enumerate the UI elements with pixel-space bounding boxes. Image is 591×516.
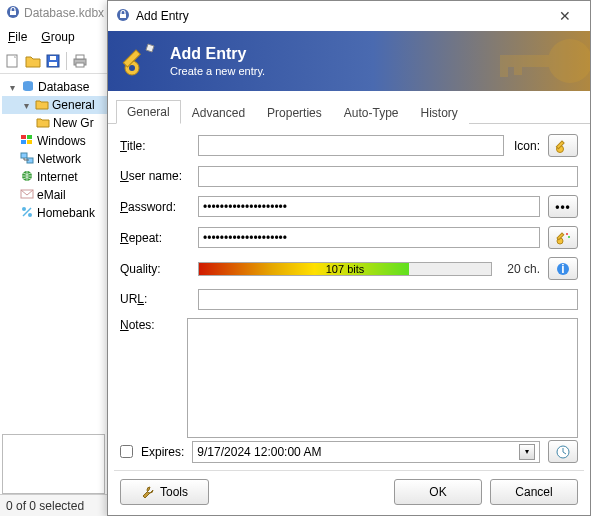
svg-point-19 (28, 213, 32, 217)
svg-rect-13 (27, 140, 32, 144)
key-icon (555, 138, 571, 154)
windows-icon (20, 133, 34, 150)
tree-root-label: Database (38, 80, 89, 94)
header-subtitle: Create a new entry. (170, 65, 265, 77)
svg-rect-11 (27, 135, 32, 139)
main-window-title: Database.kdbx (24, 6, 104, 20)
title-field[interactable] (198, 135, 504, 156)
svg-point-34 (566, 233, 568, 235)
expires-preset-button[interactable] (548, 440, 578, 463)
svg-rect-14 (21, 153, 27, 158)
tree-item-label: Windows (37, 134, 86, 148)
dropdown-icon[interactable]: ▾ (519, 444, 535, 460)
toolbar-open-icon[interactable] (24, 52, 42, 70)
globe-icon (20, 169, 34, 186)
detail-panel (2, 434, 105, 494)
toolbar-print-icon[interactable] (71, 52, 89, 70)
label-quality: Quality: (120, 262, 190, 276)
svg-rect-28 (500, 67, 508, 77)
menu-group[interactable]: Group (41, 30, 74, 44)
percent-icon (20, 205, 34, 222)
tree-item-label: Internet (37, 170, 78, 184)
label-repeat: Repeat: (120, 231, 190, 245)
tree-newgroup-label: New Gr (53, 116, 94, 130)
tree-item-label: eMail (37, 188, 66, 202)
lock-icon (6, 5, 20, 22)
tab-general[interactable]: General (116, 100, 181, 124)
network-icon (20, 151, 34, 168)
svg-point-35 (568, 236, 570, 238)
label-expires[interactable]: Expires: (141, 445, 184, 459)
dialog-separator (114, 470, 584, 471)
statusbar: 0 of 0 selected (0, 494, 107, 516)
info-icon: i (556, 262, 570, 276)
folder-icon (36, 115, 50, 132)
url-field[interactable] (198, 289, 578, 310)
label-notes: Notes: (120, 318, 179, 332)
label-icon: Icon: (512, 139, 540, 153)
header-title: Add Entry (170, 45, 265, 63)
close-button[interactable]: ✕ (548, 5, 582, 27)
toolbar-new-icon[interactable] (4, 52, 22, 70)
svg-point-18 (22, 207, 26, 211)
menu-file[interactable]: File (8, 30, 27, 44)
tab-autotype[interactable]: Auto-Type (333, 101, 410, 124)
lock-icon (116, 8, 130, 25)
password-field[interactable] (198, 196, 540, 217)
svg-rect-8 (76, 63, 84, 67)
tree-item-label: Network (37, 152, 81, 166)
expires-checkbox[interactable] (120, 445, 133, 458)
svg-rect-1 (10, 11, 16, 15)
svg-text:i: i (561, 262, 564, 276)
reveal-password-button[interactable]: ••• (548, 195, 578, 218)
svg-rect-22 (120, 14, 126, 18)
dialog-header: Add Entry Create a new entry. (108, 31, 590, 91)
quality-chars: 20 ch. (500, 262, 540, 276)
quality-bits: 107 bits (199, 263, 491, 275)
mail-icon (20, 187, 34, 204)
tree-item-label: Homebank (37, 206, 95, 220)
username-field[interactable] (198, 166, 578, 187)
key-bg-icon (480, 31, 590, 91)
dots-icon: ••• (555, 200, 571, 214)
label-password: Password: (120, 200, 190, 214)
svg-rect-27 (500, 55, 560, 67)
svg-rect-4 (49, 62, 57, 66)
tools-label: Tools (160, 485, 188, 499)
svg-rect-7 (76, 55, 84, 59)
generate-password-button[interactable] (548, 226, 578, 249)
status-text: 0 of 0 selected (6, 499, 84, 513)
dialog-title: Add Entry (136, 9, 189, 23)
expander-icon[interactable]: ▾ (20, 100, 32, 111)
key-pencil-icon (120, 40, 160, 83)
expires-datepicker[interactable]: 9/17/2024 12:00:00 AM ▾ (192, 441, 540, 463)
label-username: User name: (120, 169, 190, 183)
tab-history[interactable]: History (409, 101, 468, 124)
svg-point-24 (129, 65, 135, 71)
tab-properties[interactable]: Properties (256, 101, 333, 124)
db-icon (21, 79, 35, 96)
label-title: Title: (120, 139, 190, 153)
quality-info-button[interactable]: i (548, 257, 578, 280)
folder-open-icon (35, 97, 49, 114)
notes-field[interactable] (187, 318, 578, 438)
expires-value: 9/17/2024 12:00:00 AM (197, 445, 321, 459)
ok-button[interactable]: OK (394, 479, 482, 505)
dialog-titlebar[interactable]: Add Entry ✕ (108, 1, 590, 31)
svg-rect-5 (50, 56, 56, 60)
toolbar-save-icon[interactable] (44, 52, 62, 70)
wrench-icon (141, 485, 155, 499)
clock-icon (555, 444, 571, 460)
add-entry-dialog: Add Entry ✕ Add Entry Create a new entry… (107, 0, 591, 516)
tab-advanced[interactable]: Advanced (181, 101, 256, 124)
quality-meter: 107 bits (198, 262, 492, 276)
repeat-field[interactable] (198, 227, 540, 248)
cancel-button[interactable]: Cancel (490, 479, 578, 505)
svg-rect-12 (21, 140, 26, 144)
svg-rect-33 (557, 233, 564, 240)
form-general: Title: Icon: User name: Password: ••• Re… (108, 124, 590, 456)
expander-icon[interactable]: ▾ (6, 82, 18, 93)
tools-button[interactable]: Tools (120, 479, 209, 505)
icon-picker-button[interactable] (548, 134, 578, 157)
expires-row: Expires: 9/17/2024 12:00:00 AM ▾ (120, 440, 578, 463)
